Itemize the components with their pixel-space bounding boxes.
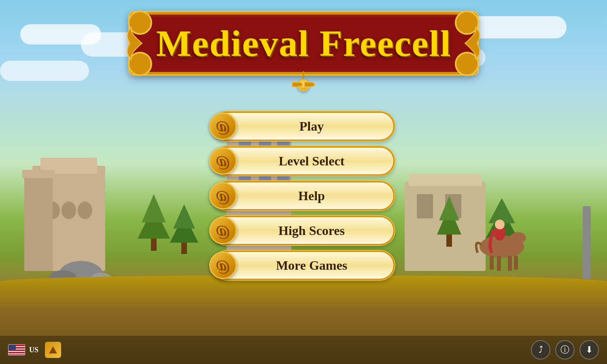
pendant-chain — [303, 71, 304, 79]
help-label: Help — [212, 188, 395, 203]
main-content: Medieval Freecell @ Play @ — [0, 0, 607, 364]
scroll-spiral-icon: @ — [216, 258, 230, 273]
scroll-spiral-icon: @ — [216, 223, 230, 238]
level-select-scroll-decoration: @ — [209, 147, 237, 175]
country-code: US — [29, 346, 38, 354]
high-scores-scroll-decoration: @ — [209, 217, 237, 244]
download-button[interactable]: ⬇ — [579, 340, 599, 360]
high-scores-button[interactable]: @ High Scores — [212, 216, 395, 245]
help-button[interactable]: @ Help — [212, 181, 395, 210]
share-button[interactable]: ⤴ — [531, 340, 550, 360]
level-select-label: Level Select — [212, 154, 395, 169]
play-scroll-decoration: @ — [209, 112, 237, 140]
scroll-spiral-icon: @ — [216, 188, 230, 203]
title-banner: Medieval Freecell — [129, 12, 478, 91]
right-flourish — [463, 27, 487, 59]
game-title: Medieval Freecell — [156, 22, 451, 65]
info-button[interactable]: ⓘ — [555, 340, 575, 360]
scroll-spiral-icon: @ — [216, 119, 230, 134]
high-scores-label: High Scores — [212, 223, 395, 238]
bottom-bar: US ⤴ ⓘ ⬇ — [0, 336, 607, 364]
download-icon: ⬇ — [586, 345, 593, 355]
play-label: Play — [212, 119, 395, 134]
pendant-wing-right — [304, 82, 315, 87]
title-pendant — [129, 71, 478, 91]
play-button[interactable]: @ Play — [212, 112, 395, 141]
more-games-scroll-decoration: @ — [209, 252, 237, 279]
brand-logo-icon — [49, 346, 57, 353]
level-select-button[interactable]: @ Level Select — [212, 146, 395, 176]
pendant-wing-left — [292, 82, 303, 87]
more-games-button[interactable]: @ More Games — [212, 251, 395, 280]
bottom-right-icons: ⤴ ⓘ ⬇ — [531, 340, 599, 360]
flag-canton — [8, 345, 16, 350]
menu-buttons: @ Play @ Level Select @ Help @ High Scor… — [212, 112, 395, 280]
info-icon: ⓘ — [560, 344, 569, 356]
scroll-spiral-icon: @ — [216, 153, 230, 169]
more-games-label: More Games — [212, 258, 395, 273]
us-flag — [8, 344, 25, 356]
brand-logo[interactable] — [45, 342, 61, 358]
locale-section[interactable]: US — [8, 342, 61, 358]
share-icon: ⤴ — [539, 345, 543, 355]
help-scroll-decoration: @ — [209, 182, 237, 210]
left-flourish — [120, 27, 144, 59]
title-banner-background: Medieval Freecell — [129, 12, 478, 74]
